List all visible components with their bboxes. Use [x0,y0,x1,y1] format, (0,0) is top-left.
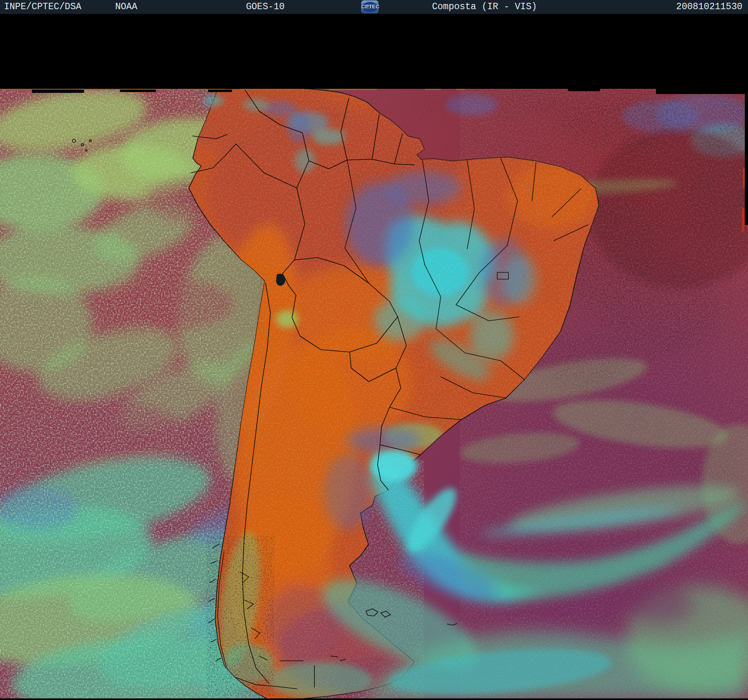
cptec-logo: CPTEC [361,0,378,13]
timestamp-label: 200810211530 [676,0,742,14]
header-bar: INPE/CPTEC/DSA NOAA GOES-10 CPTEC Compos… [0,0,748,14]
bottom-edge-strip [0,698,748,700]
product-label: Composta (IR - VIS) [432,0,537,14]
agency-label: INPE/CPTEC/DSA [4,0,81,14]
cptec-logo-text: CPTEC [361,0,378,13]
satellite-composite-image [0,89,748,700]
film-grain-overlay [0,89,748,700]
satellite-label: GOES-10 [246,0,285,14]
network-label: NOAA [115,0,137,14]
